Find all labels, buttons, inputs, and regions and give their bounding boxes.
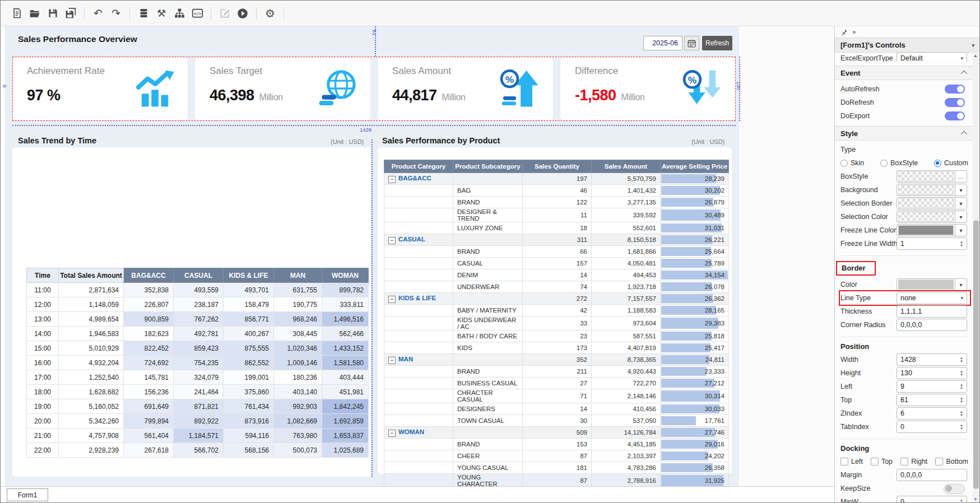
autorefresh-toggle[interactable]	[945, 85, 965, 94]
keepsize-toggle[interactable]	[944, 484, 965, 494]
stepper-down-icon[interactable]: ▼	[960, 244, 963, 247]
collapse-icon[interactable]: −	[388, 176, 396, 183]
radio-label: Skin	[851, 159, 864, 167]
stepper-down-icon[interactable]: ▼	[960, 414, 963, 417]
stepper-up-icon[interactable]: ▲	[960, 411, 963, 413]
chevron-down-icon[interactable]: ▾	[955, 279, 967, 290]
collapse-icon[interactable]: −	[388, 237, 396, 244]
toolbar-undo-button[interactable]: ↶	[90, 5, 106, 22]
stepper-up-icon[interactable]: ▲	[960, 499, 963, 502]
toolbar-database-button[interactable]	[135, 5, 152, 22]
trend-row: 15:005,010,929822,452859,423875,5551,020…	[27, 341, 369, 356]
height-stepper[interactable]: 130▲▼	[897, 367, 967, 379]
dorefresh-toggle[interactable]	[945, 98, 965, 107]
quantity-cell: 14	[523, 269, 592, 281]
margin-input[interactable]: 0,0,0,0	[897, 469, 967, 481]
trend-value-cell: 158,479	[224, 297, 274, 312]
toolbar-new-file-button[interactable]	[8, 5, 25, 22]
stepper-down-icon[interactable]: ▼	[960, 427, 963, 430]
toolbar-hierarchy-button[interactable]	[171, 5, 188, 22]
checkbox-left[interactable]: Left	[840, 458, 863, 465]
property-row-tabindex: TabIndex0▲▼	[840, 421, 969, 433]
corner-radius-input[interactable]: 0,0,0,0	[897, 319, 967, 331]
product-subcategory-row: BRAND1223,277,13526,879	[384, 197, 729, 208]
trend-value-cell: 1,020,346	[274, 341, 322, 356]
section-header-position: Position	[840, 337, 967, 351]
color-swatch[interactable]: ▾	[897, 278, 967, 291]
toolbar-save-button[interactable]	[44, 5, 61, 22]
collapse-panel-icon[interactable]: »	[852, 28, 856, 36]
toolbar-open-folder-button[interactable]	[26, 5, 43, 22]
radio-boxstyle[interactable]: BoxStyle	[880, 159, 918, 167]
scroll-down-icon[interactable]: ▼	[973, 497, 978, 502]
stepper-up-icon[interactable]: ▲	[960, 241, 963, 244]
collapse-icon[interactable]: −	[388, 357, 396, 364]
color-swatch	[898, 185, 954, 195]
chevron-down-icon[interactable]: ▾	[955, 225, 967, 236]
section-header-event[interactable]: Event	[835, 66, 973, 80]
panel-title-bar[interactable]: [Form1]'s Controls ▾	[835, 38, 980, 53]
boxstyle-swatch[interactable]: …	[897, 170, 967, 183]
ellipsis-button[interactable]: …	[955, 171, 967, 182]
width-stepper[interactable]: 1428▲▼	[897, 353, 967, 366]
stepper-up-icon[interactable]: ▲	[960, 384, 963, 386]
toolbar-code-button[interactable]: </>	[189, 5, 206, 22]
doexport-toggle[interactable]	[945, 111, 965, 120]
scroll-up-icon[interactable]: ▲	[973, 53, 978, 58]
toolbar-separator	[84, 7, 85, 20]
stepper-down-icon[interactable]: ▼	[960, 387, 963, 390]
toolbar-run-button[interactable]	[234, 5, 251, 22]
left-stepper[interactable]: 9▲▼	[897, 380, 967, 393]
stepper-down-icon[interactable]: ▼	[960, 374, 963, 376]
stepper-up-icon[interactable]: ▲	[960, 424, 963, 427]
selection-color-swatch[interactable]: ▾	[897, 211, 967, 223]
thickness-input[interactable]: 1,1,1,1	[897, 305, 967, 318]
stepper-up-icon[interactable]: ▲	[960, 370, 963, 373]
checkbox-top[interactable]: Top	[871, 458, 893, 465]
freeze-line-width-stepper[interactable]: 1▲▼	[897, 237, 967, 250]
stepper-up-icon[interactable]: ▲	[960, 357, 963, 360]
stepper-down-icon[interactable]: ▼	[960, 360, 963, 363]
collapse-icon[interactable]: −	[388, 296, 396, 303]
collapse-icon[interactable]: −	[388, 430, 396, 437]
pin-icon[interactable]	[840, 29, 848, 36]
freeze-line-color-swatch[interactable]: ▾	[897, 224, 967, 236]
stepper-up-icon[interactable]: ▲	[960, 397, 963, 400]
scrollbar-thumb[interactable]	[973, 220, 979, 489]
toolbar-edit-button[interactable]	[216, 5, 233, 22]
radio-skin[interactable]: Skin	[840, 159, 864, 167]
trend-value-cell: 873,916	[224, 414, 274, 429]
toolbar-save-all-button[interactable]	[62, 5, 79, 22]
minw-stepper[interactable]: 0▲▼	[897, 496, 967, 503]
empty-category-cell	[384, 305, 453, 316]
panel-scrollbar[interactable]: ▲ ▼	[973, 52, 979, 503]
toolbar-redo-button[interactable]: ↷	[108, 5, 124, 22]
product-section-title: Sales Performance by Product	[382, 136, 500, 145]
excelexporttype-select[interactable]: Default▾	[897, 52, 967, 62]
selection-border-swatch[interactable]: ▾	[897, 197, 967, 209]
top-stepper[interactable]: 61▲▼	[897, 394, 967, 406]
calendar-button[interactable]	[684, 36, 699, 50]
zindex-stepper[interactable]: 6▲▼	[897, 407, 967, 420]
form-tab[interactable]: Form1	[7, 488, 48, 501]
chevron-down-icon[interactable]: ▾	[955, 198, 967, 209]
refresh-button[interactable]: Refresh	[702, 36, 732, 50]
chevron-down-icon[interactable]: ▾	[955, 211, 967, 222]
background-swatch[interactable]: ▾	[897, 184, 967, 196]
checkbox-icon	[840, 458, 848, 465]
stepper-down-icon[interactable]: ▼	[960, 400, 963, 403]
checkbox-right[interactable]: Right	[900, 458, 927, 465]
checkbox-bottom[interactable]: Bottom	[935, 458, 968, 465]
tabindex-stepper[interactable]: 0▲▼	[897, 421, 967, 433]
radio-custom[interactable]: Custom	[934, 159, 968, 167]
line-type-select[interactable]: none▾	[897, 292, 967, 304]
radio-icon	[934, 160, 941, 167]
toolbar-build-tools-button[interactable]: ⚒	[153, 5, 170, 22]
amount-cell: 4,783,286	[592, 462, 661, 474]
toolbar-settings-button[interactable]: ⚙	[262, 5, 278, 22]
property-row-doexport: DoExport	[840, 110, 969, 122]
report-date-input[interactable]: 2025-06	[643, 36, 682, 50]
toggle-knob	[957, 99, 964, 106]
section-header-style[interactable]: Style	[835, 126, 973, 141]
chevron-down-icon[interactable]: ▾	[955, 184, 967, 195]
